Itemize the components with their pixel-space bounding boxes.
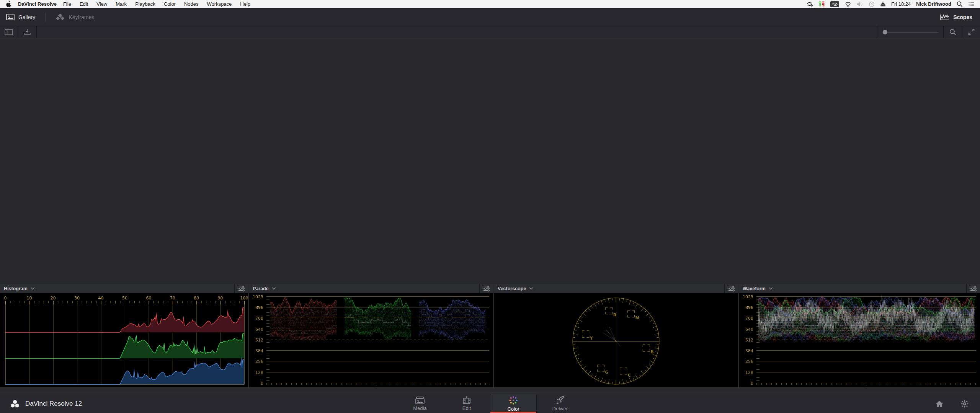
keyframes-button[interactable]: Keyframes (49, 8, 100, 26)
wifi-icon[interactable] (844, 2, 851, 7)
resolve-logo (10, 399, 20, 408)
edit-tab-icon (462, 396, 472, 404)
waveform-panel: Waveform (739, 284, 980, 387)
parade-title: Parade (249, 286, 269, 291)
spotlight-search-icon[interactable] (957, 1, 963, 7)
scopes-strip: Histogram Parade Vectorscope (0, 284, 980, 394)
menubar-username[interactable]: Nick Driftwood (916, 1, 951, 7)
tab-deliver[interactable]: Deliver (537, 394, 583, 413)
viewer-area[interactable] (0, 38, 980, 284)
tab-edit[interactable]: Edit (443, 394, 490, 413)
grab-still-icon (23, 29, 31, 35)
tab-edit-label: Edit (462, 405, 471, 411)
menu-color[interactable]: Color (160, 1, 180, 7)
media-tab-icon (415, 397, 425, 404)
project-home-button[interactable] (936, 400, 943, 407)
stills-sidebar-button[interactable] (0, 26, 18, 38)
expand-icon (968, 29, 975, 35)
search-button[interactable] (944, 26, 962, 38)
settings-button[interactable] (961, 400, 969, 408)
chevron-down-icon[interactable] (272, 287, 276, 290)
vectorscope-settings-button[interactable] (724, 284, 738, 293)
tab-color[interactable]: Color (490, 394, 537, 413)
scope-settings-icon (728, 286, 735, 292)
macos-menubar: DaVinci Resolve File Edit View Mark Play… (0, 0, 980, 8)
gpu-levels-icon[interactable] (818, 1, 825, 7)
zoom-slider-knob[interactable] (883, 30, 887, 34)
sync-icon[interactable] (806, 1, 813, 7)
stills-sidebar-icon (5, 29, 13, 35)
expand-button[interactable] (962, 26, 980, 38)
scopes-button[interactable]: Scopes (940, 14, 980, 21)
notification-list-icon[interactable] (968, 2, 975, 7)
menu-nodes[interactable]: Nodes (180, 1, 203, 7)
parade-panel: Parade (249, 284, 493, 387)
scopes-label: Scopes (953, 14, 972, 20)
chevron-down-icon[interactable] (529, 287, 533, 290)
menu-help[interactable]: Help (236, 1, 255, 7)
page-toolbar: Gallery Keyframes Scopes (0, 8, 980, 26)
scope-settings-icon (970, 286, 977, 292)
home-icon (936, 400, 943, 407)
zoom-slider[interactable] (877, 26, 943, 38)
menu-mark[interactable]: Mark (111, 1, 131, 7)
time-machine-icon[interactable] (869, 1, 875, 7)
page-navigation-bar: DaVinci Resolve 12 Media Edit Color Deli… (0, 394, 980, 413)
nvidia-icon[interactable] (830, 1, 839, 7)
viewer-toolbar-space (37, 26, 877, 38)
viewer-toolbar (0, 26, 980, 38)
waveform-canvas[interactable] (739, 293, 980, 387)
vectorscope-header: Vectorscope (494, 284, 738, 293)
app-title: DaVinci Resolve 12 (25, 400, 82, 408)
tab-media[interactable]: Media (397, 394, 443, 413)
color-tab-icon (509, 396, 518, 405)
scopes-icon (940, 14, 949, 21)
page-tabs: Media Edit Color Deliver (397, 394, 583, 413)
tab-deliver-label: Deliver (552, 406, 568, 411)
tab-color-label: Color (507, 406, 519, 412)
menu-view[interactable]: View (92, 1, 111, 7)
histogram-settings-button[interactable] (234, 284, 248, 293)
eject-icon[interactable] (880, 2, 886, 7)
keyframes-label: Keyframes (69, 14, 94, 20)
toolbar-divider (45, 13, 46, 22)
apple-menu[interactable] (0, 1, 18, 7)
menu-edit[interactable]: Edit (75, 1, 92, 7)
gallery-icon (6, 14, 15, 20)
parade-canvas[interactable] (249, 293, 493, 387)
grab-still-button[interactable] (18, 26, 36, 38)
histogram-panel: Histogram (0, 284, 248, 387)
vectorscope-canvas[interactable] (494, 293, 738, 387)
menu-file[interactable]: File (59, 1, 75, 7)
waveform-settings-button[interactable] (966, 284, 980, 293)
vectorscope-title: Vectorscope (494, 286, 526, 291)
parade-header: Parade (249, 284, 493, 293)
deliver-tab-icon (555, 396, 565, 405)
chevron-down-icon[interactable] (769, 287, 773, 290)
menubar-app-name[interactable]: DaVinci Resolve (18, 1, 57, 7)
menu-workspace[interactable]: Workspace (203, 1, 236, 7)
histogram-canvas[interactable] (0, 293, 248, 387)
parade-settings-button[interactable] (479, 284, 493, 293)
menu-playback[interactable]: Playback (131, 1, 160, 7)
zoom-slider-track[interactable] (882, 32, 939, 33)
waveform-title: Waveform (739, 286, 766, 291)
gear-icon (961, 400, 969, 408)
menubar-clock[interactable]: Fri 18:24 (891, 1, 911, 7)
tab-media-label: Media (413, 405, 426, 411)
histogram-title: Histogram (0, 286, 28, 291)
histogram-header: Histogram (0, 284, 248, 293)
scope-settings-icon (238, 286, 245, 292)
keyframes-icon (56, 14, 65, 21)
volume-icon[interactable] (857, 2, 863, 7)
davinci-resolve-window: DaVinci Resolve File Edit View Mark Play… (0, 0, 980, 413)
chevron-down-icon[interactable] (31, 287, 35, 290)
waveform-header: Waveform (739, 284, 980, 293)
gallery-button[interactable]: Gallery (0, 8, 41, 26)
gallery-label: Gallery (18, 14, 35, 20)
search-icon (949, 29, 956, 36)
apple-icon (6, 1, 11, 7)
scope-settings-icon (483, 286, 490, 292)
vectorscope-panel: Vectorscope (494, 284, 738, 387)
